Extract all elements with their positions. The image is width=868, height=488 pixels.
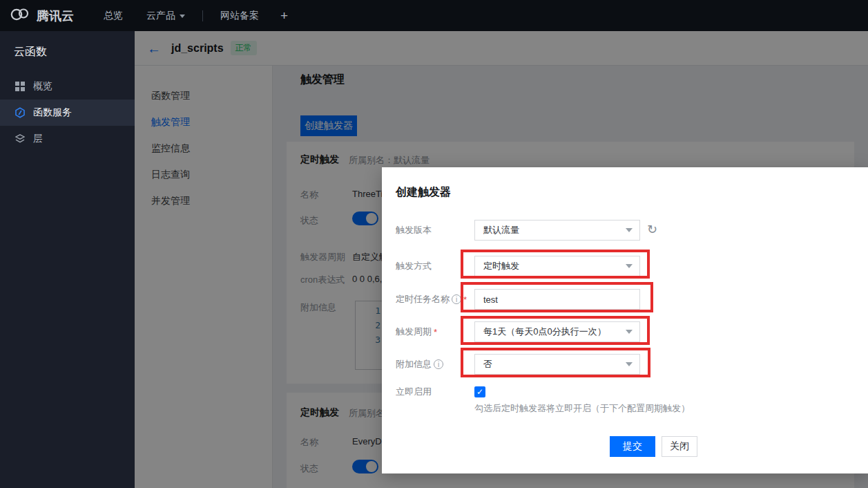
nav-divider <box>202 10 203 21</box>
refresh-icon[interactable]: ↻ <box>647 223 657 236</box>
sidebar-item-function-service[interactable]: 函数服务 <box>0 100 135 126</box>
field-label-extra-info: 附加信息 i <box>396 354 443 375</box>
sidebar-item-label: 概览 <box>33 80 52 93</box>
top-nav-menu: 总览 云产品 网站备案 + <box>92 0 298 31</box>
cloud-logo-icon <box>10 7 30 24</box>
required-star: * <box>463 294 467 305</box>
create-trigger-modal: 创建触发器 触发版本 默认流量 ↻ 触发方式 定时触发 定时任务名称 i * 触… <box>382 167 868 473</box>
chevron-down-icon <box>626 228 633 232</box>
trigger-version-select[interactable]: 默认流量 <box>474 220 640 241</box>
nav-item-cloud-products[interactable]: 云产品 <box>135 0 197 31</box>
required-star: * <box>434 327 437 337</box>
grid-icon <box>15 81 26 92</box>
enable-now-checkbox[interactable]: ✓ <box>474 386 485 397</box>
add-tab-button[interactable]: + <box>271 8 298 24</box>
chevron-down-icon <box>626 362 633 366</box>
task-name-input[interactable] <box>474 289 640 310</box>
close-button[interactable]: 关闭 <box>662 436 697 457</box>
submit-button[interactable]: 提交 <box>610 436 655 457</box>
chevron-down-icon <box>180 15 185 18</box>
sidebar-item-layers[interactable]: 层 <box>0 126 135 152</box>
field-label-trigger-version: 触发版本 <box>396 220 432 241</box>
nav-item-icp-filing[interactable]: 网站备案 <box>209 0 271 31</box>
tencent-cloud-logo[interactable]: 腾讯云 <box>10 7 74 24</box>
info-icon: i <box>434 359 443 369</box>
extra-info-select[interactable]: 否 <box>474 354 640 375</box>
product-title: 云函数 <box>0 31 135 73</box>
chevron-down-icon <box>626 330 633 334</box>
function-icon <box>15 107 26 118</box>
field-label-task-name: 定时任务名称 i * <box>396 289 467 310</box>
field-label-enable-now: 立即启用 <box>396 382 432 402</box>
top-nav: 腾讯云 总览 云产品 网站备案 + <box>0 0 868 31</box>
modal-title: 创建触发器 <box>396 185 451 200</box>
chevron-down-icon <box>626 264 633 268</box>
field-label-trigger-method: 触发方式 <box>396 256 432 276</box>
nav-item-overview[interactable]: 总览 <box>92 0 135 31</box>
trigger-method-select[interactable]: 定时触发 <box>474 256 640 276</box>
layers-icon <box>15 133 26 144</box>
left-sidebar: 云函数 概览 函数服务 层 <box>0 31 135 488</box>
sidebar-item-overview[interactable]: 概览 <box>0 73 135 100</box>
brand-label: 腾讯云 <box>37 8 74 24</box>
sidebar-item-label: 函数服务 <box>33 106 72 119</box>
field-label-trigger-cycle: 触发周期 * <box>396 321 437 342</box>
enable-helper-text: 勾选后定时触发器将立即开启（于下个配置周期触发） <box>474 402 690 415</box>
trigger-cycle-select[interactable]: 每1天（每天0点0分执行一次） <box>474 321 640 342</box>
sidebar-item-label: 层 <box>33 133 43 145</box>
info-icon: i <box>452 294 461 304</box>
